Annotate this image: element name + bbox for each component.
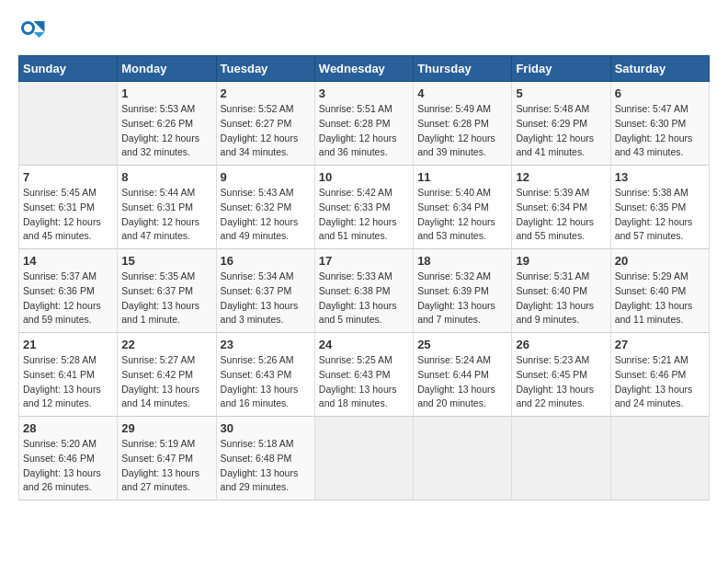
day-number: 11 — [417, 170, 507, 184]
calendar-cell — [414, 417, 512, 500]
calendar-cell: 22Sunrise: 5:27 AMSunset: 6:42 PMDayligh… — [118, 333, 216, 417]
calendar-cell — [512, 417, 610, 500]
calendar-cell — [314, 417, 413, 500]
day-number: 9 — [221, 170, 311, 184]
day-info: Sunrise: 5:48 AMSunset: 6:29 PMDaylight:… — [516, 102, 606, 160]
day-number: 17 — [319, 254, 409, 268]
day-info: Sunrise: 5:51 AMSunset: 6:28 PMDaylight:… — [319, 102, 409, 160]
calendar-cell: 30Sunrise: 5:18 AMSunset: 6:48 PMDayligh… — [216, 417, 314, 500]
day-number: 1 — [121, 86, 211, 100]
day-number: 2 — [221, 86, 311, 100]
col-header-wednesday: Wednesday — [314, 56, 413, 82]
day-number: 20 — [615, 254, 705, 268]
day-number: 23 — [221, 338, 311, 351]
calendar-week-2: 7Sunrise: 5:45 AMSunset: 6:31 PMDaylight… — [19, 166, 710, 249]
svg-point-1 — [24, 24, 32, 32]
col-header-friday: Friday — [512, 56, 610, 82]
day-info: Sunrise: 5:28 AMSunset: 6:41 PMDaylight:… — [23, 353, 113, 411]
calendar-cell: 28Sunrise: 5:20 AMSunset: 6:46 PMDayligh… — [19, 417, 118, 500]
day-number: 16 — [221, 254, 311, 268]
day-number: 26 — [516, 338, 606, 351]
calendar-cell: 16Sunrise: 5:34 AMSunset: 6:37 PMDayligh… — [216, 249, 314, 333]
calendar-cell: 11Sunrise: 5:40 AMSunset: 6:34 PMDayligh… — [414, 166, 512, 249]
day-info: Sunrise: 5:26 AMSunset: 6:43 PMDaylight:… — [221, 353, 311, 411]
col-header-sunday: Sunday — [19, 56, 118, 82]
day-info: Sunrise: 5:38 AMSunset: 6:35 PMDaylight:… — [615, 186, 705, 244]
day-number: 4 — [417, 86, 507, 100]
logo — [18, 18, 50, 46]
calendar-cell: 8Sunrise: 5:44 AMSunset: 6:31 PMDaylight… — [118, 166, 216, 249]
day-info: Sunrise: 5:37 AMSunset: 6:36 PMDaylight:… — [23, 270, 113, 327]
day-info: Sunrise: 5:33 AMSunset: 6:38 PMDaylight:… — [319, 270, 409, 327]
calendar-cell: 10Sunrise: 5:42 AMSunset: 6:33 PMDayligh… — [314, 166, 413, 249]
day-info: Sunrise: 5:23 AMSunset: 6:45 PMDaylight:… — [516, 353, 606, 411]
day-number: 7 — [23, 170, 113, 184]
calendar-cell: 27Sunrise: 5:21 AMSunset: 6:46 PMDayligh… — [610, 333, 709, 417]
calendar-week-3: 14Sunrise: 5:37 AMSunset: 6:36 PMDayligh… — [19, 249, 710, 333]
logo-icon — [18, 18, 46, 46]
header — [18, 18, 710, 46]
day-info: Sunrise: 5:52 AMSunset: 6:27 PMDaylight:… — [221, 102, 311, 160]
day-number: 21 — [23, 338, 113, 351]
day-number: 28 — [23, 421, 113, 435]
day-info: Sunrise: 5:27 AMSunset: 6:42 PMDaylight:… — [121, 353, 211, 411]
calendar-cell: 2Sunrise: 5:52 AMSunset: 6:27 PMDaylight… — [216, 82, 314, 166]
day-number: 10 — [319, 170, 409, 184]
calendar-week-4: 21Sunrise: 5:28 AMSunset: 6:41 PMDayligh… — [19, 333, 710, 417]
calendar-cell: 23Sunrise: 5:26 AMSunset: 6:43 PMDayligh… — [216, 333, 314, 417]
calendar-cell: 21Sunrise: 5:28 AMSunset: 6:41 PMDayligh… — [19, 333, 118, 417]
calendar-cell: 17Sunrise: 5:33 AMSunset: 6:38 PMDayligh… — [314, 249, 413, 333]
day-info: Sunrise: 5:49 AMSunset: 6:28 PMDaylight:… — [417, 102, 507, 160]
day-info: Sunrise: 5:25 AMSunset: 6:43 PMDaylight:… — [319, 353, 409, 411]
calendar-cell: 15Sunrise: 5:35 AMSunset: 6:37 PMDayligh… — [118, 249, 216, 333]
day-number: 3 — [319, 86, 409, 100]
calendar-cell: 7Sunrise: 5:45 AMSunset: 6:31 PMDaylight… — [19, 166, 118, 249]
day-info: Sunrise: 5:42 AMSunset: 6:33 PMDaylight:… — [319, 186, 409, 244]
calendar-week-5: 28Sunrise: 5:20 AMSunset: 6:46 PMDayligh… — [19, 417, 710, 500]
calendar-header-row: SundayMondayTuesdayWednesdayThursdayFrid… — [19, 56, 710, 82]
calendar-cell — [610, 417, 709, 500]
col-header-monday: Monday — [118, 56, 216, 82]
calendar-cell: 13Sunrise: 5:38 AMSunset: 6:35 PMDayligh… — [610, 166, 709, 249]
day-info: Sunrise: 5:19 AMSunset: 6:47 PMDaylight:… — [121, 437, 211, 495]
calendar-cell: 26Sunrise: 5:23 AMSunset: 6:45 PMDayligh… — [512, 333, 610, 417]
day-number: 12 — [516, 170, 606, 184]
calendar-cell: 18Sunrise: 5:32 AMSunset: 6:39 PMDayligh… — [414, 249, 512, 333]
day-number: 24 — [319, 338, 409, 351]
day-number: 5 — [516, 86, 606, 100]
day-info: Sunrise: 5:21 AMSunset: 6:46 PMDaylight:… — [615, 353, 705, 411]
day-info: Sunrise: 5:53 AMSunset: 6:26 PMDaylight:… — [121, 102, 211, 160]
day-number: 8 — [121, 170, 211, 184]
day-info: Sunrise: 5:45 AMSunset: 6:31 PMDaylight:… — [23, 186, 113, 244]
day-number: 27 — [615, 338, 705, 351]
calendar-cell: 19Sunrise: 5:31 AMSunset: 6:40 PMDayligh… — [512, 249, 610, 333]
svg-marker-3 — [34, 32, 45, 38]
day-info: Sunrise: 5:32 AMSunset: 6:39 PMDaylight:… — [417, 270, 507, 327]
day-info: Sunrise: 5:29 AMSunset: 6:40 PMDaylight:… — [615, 270, 705, 327]
day-info: Sunrise: 5:24 AMSunset: 6:44 PMDaylight:… — [417, 353, 507, 411]
day-info: Sunrise: 5:35 AMSunset: 6:37 PMDaylight:… — [121, 270, 211, 327]
day-number: 19 — [516, 254, 606, 268]
calendar-cell: 29Sunrise: 5:19 AMSunset: 6:47 PMDayligh… — [118, 417, 216, 500]
day-number: 15 — [121, 254, 211, 268]
day-number: 25 — [417, 338, 507, 351]
day-number: 6 — [615, 86, 705, 100]
calendar-cell: 14Sunrise: 5:37 AMSunset: 6:36 PMDayligh… — [19, 249, 118, 333]
day-number: 29 — [121, 421, 211, 435]
calendar-cell: 9Sunrise: 5:43 AMSunset: 6:32 PMDaylight… — [216, 166, 314, 249]
day-number: 18 — [417, 254, 507, 268]
day-number: 14 — [23, 254, 113, 268]
day-info: Sunrise: 5:43 AMSunset: 6:32 PMDaylight:… — [221, 186, 311, 244]
svg-marker-2 — [34, 21, 45, 32]
calendar-cell — [19, 82, 118, 166]
calendar-table: SundayMondayTuesdayWednesdayThursdayFrid… — [18, 55, 710, 500]
calendar-cell: 5Sunrise: 5:48 AMSunset: 6:29 PMDaylight… — [512, 82, 610, 166]
day-info: Sunrise: 5:34 AMSunset: 6:37 PMDaylight:… — [221, 270, 311, 327]
day-info: Sunrise: 5:31 AMSunset: 6:40 PMDaylight:… — [516, 270, 606, 327]
day-info: Sunrise: 5:18 AMSunset: 6:48 PMDaylight:… — [221, 437, 311, 495]
calendar-week-1: 1Sunrise: 5:53 AMSunset: 6:26 PMDaylight… — [19, 82, 710, 166]
day-info: Sunrise: 5:39 AMSunset: 6:34 PMDaylight:… — [516, 186, 606, 244]
day-number: 22 — [121, 338, 211, 351]
calendar-cell: 4Sunrise: 5:49 AMSunset: 6:28 PMDaylight… — [414, 82, 512, 166]
calendar-cell: 25Sunrise: 5:24 AMSunset: 6:44 PMDayligh… — [414, 333, 512, 417]
